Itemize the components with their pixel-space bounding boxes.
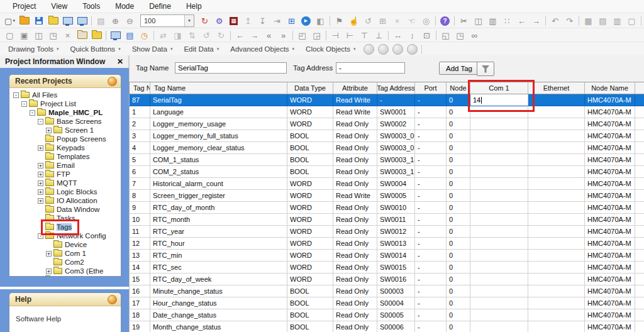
table-cell[interactable]: WORD [287, 190, 333, 202]
table-cell[interactable]: SW0011 [377, 214, 415, 226]
table-cell[interactable]: 14 [129, 262, 150, 274]
table-cell[interactable]: Read Only [333, 250, 377, 262]
table-cell[interactable]: - [415, 226, 447, 238]
table-cell[interactable]: Read Only [333, 262, 377, 274]
table-cell[interactable] [528, 118, 585, 130]
expand-icon[interactable]: + [46, 268, 52, 274]
column-header-tag-no[interactable]: Tag No [129, 82, 150, 94]
close-icon[interactable]: ✕ [117, 57, 123, 66]
table-cell[interactable]: - [415, 118, 447, 130]
table-cell[interactable]: RTC_year [150, 226, 287, 238]
download-icon[interactable]: ↧ [255, 14, 270, 27]
table-cell[interactable]: SerialTag [150, 94, 287, 106]
table-cell[interactable]: SW0003_01 [377, 142, 415, 154]
nav-back-icon[interactable]: ← [514, 14, 529, 27]
table-cell[interactable]: 0 [447, 142, 470, 154]
table-row[interactable]: 7Historical_alarm_countWORDRead OnlySW00… [129, 178, 644, 190]
table-cell[interactable]: Date_change_status [150, 309, 287, 321]
table-cell[interactable]: 5 [129, 154, 150, 166]
table-cell[interactable]: - [415, 274, 447, 285]
table-row[interactable]: 15RTC_day_of_weekWORDRead OnlySW0016-0HM… [129, 274, 644, 285]
column-header-tag-name[interactable]: Tag Name [150, 82, 287, 94]
chevron-down-icon[interactable]: ▾ [184, 15, 194, 26]
screen-properties-icon[interactable] [89, 29, 104, 42]
screen-folder-icon[interactable] [75, 29, 89, 42]
table-cell[interactable]: Historical_alarm_count [150, 178, 287, 190]
table-cell[interactable] [528, 178, 585, 190]
table-cell[interactable]: WORD [287, 178, 333, 190]
tree-item-com2[interactable]: Com2 [13, 258, 121, 267]
expand-icon[interactable]: + [46, 128, 52, 133]
table-row[interactable]: 9RTC_day_of_monthWORDRead OnlySW0010-0HM… [129, 202, 644, 214]
table-cell[interactable]: 0 [447, 202, 470, 214]
table-cell[interactable]: Read Only [333, 226, 377, 238]
table-cell[interactable] [470, 190, 528, 202]
tag-grid-icon[interactable]: ⊞ [284, 14, 299, 27]
table-cell[interactable]: 0 [447, 118, 470, 130]
table-cell[interactable]: SW0012 [377, 226, 415, 238]
object-tool-1-icon[interactable] [364, 44, 374, 55]
table-cell[interactable]: 9 [129, 202, 150, 214]
column-header-tag-address[interactable]: Tag Address [377, 82, 415, 94]
pan-hand-icon[interactable]: ☝ [347, 14, 361, 27]
table-cell[interactable]: Read Only [333, 166, 377, 178]
tree-item-project-list[interactable]: -Project List [13, 99, 121, 108]
table-cell[interactable]: BOOL [287, 285, 333, 297]
zoom-level-combobox[interactable]: 100▾ [140, 14, 194, 27]
table-cell[interactable] [470, 262, 528, 274]
table-cell[interactable] [470, 321, 528, 332]
table-cell[interactable]: 0 [447, 190, 470, 202]
table-cell[interactable]: S00005 [377, 309, 415, 321]
table-row[interactable]: 11RTC_yearWORDRead OnlySW0012-0HMC4070A-… [129, 226, 644, 238]
table-cell[interactable]: Read Only [333, 321, 377, 332]
table-cell[interactable]: HMC4070A-M [585, 250, 635, 262]
save-icon[interactable] [31, 14, 46, 27]
table-row[interactable]: 1LanguageWORDRead WriteSW0001-0HMC4070A-… [129, 106, 644, 118]
tree-item-folder[interactable] [13, 275, 121, 277]
tree-item-email[interactable]: +Email [13, 161, 121, 170]
table-cell[interactable]: Read Write [333, 94, 377, 106]
table-cell[interactable]: HMC4070A-M [585, 285, 635, 297]
table-cell[interactable]: - [415, 178, 447, 190]
dropdown-clock-objects[interactable]: Clock Objects▾ [300, 44, 361, 54]
table-cell[interactable]: HMC4070A-M [585, 309, 635, 321]
table-cell[interactable] [635, 118, 644, 130]
move-first-icon[interactable]: « [262, 29, 276, 42]
table-cell[interactable]: Logger_memory_full_status [150, 130, 287, 142]
table-cell[interactable]: WORD [287, 202, 333, 214]
tree-item-screen-1[interactable]: +Screen 1 [13, 126, 121, 135]
table-cell[interactable]: Month_change_status [150, 321, 287, 332]
exit-icon[interactable]: ◧ [313, 14, 328, 27]
redo-icon[interactable]: ↷ [562, 14, 577, 27]
table-row[interactable]: 12RTC_hourWORDRead OnlySW0013-0HMC4070A-… [129, 238, 644, 250]
table-cell[interactable]: WORD [287, 262, 333, 274]
table-cell[interactable]: SW0016 [377, 274, 415, 285]
screen-copy-icon[interactable]: ◫ [31, 29, 46, 42]
table-cell[interactable]: - [415, 190, 447, 202]
rotate-cw-icon[interactable]: ↻ [214, 29, 228, 42]
table-cell[interactable]: WORD [287, 106, 333, 118]
table-cell[interactable]: SW0004 [377, 178, 415, 190]
table-cell[interactable] [635, 214, 644, 226]
simulation-icon[interactable]: ▦ [226, 14, 241, 27]
table-cell[interactable]: 7 [129, 178, 150, 190]
column-header-node-name[interactable]: Node Name [585, 82, 635, 94]
table-cell[interactable]: - [415, 297, 447, 309]
table-cell[interactable]: Read Write [333, 106, 377, 118]
table-row[interactable]: 3Logger_memory_full_statusBOOLRead OnlyS… [129, 130, 644, 142]
align-bottom-icon[interactable]: ⊥ [372, 29, 386, 42]
table-cell[interactable]: Read Write [333, 190, 377, 202]
table-row[interactable]: 4Logger_memory_clear_statusBOOLRead Only… [129, 142, 644, 154]
table-cell[interactable]: RTC_day_of_week [150, 274, 287, 285]
table-cell[interactable]: Read Only [333, 118, 377, 130]
table-cell[interactable]: 0 [447, 154, 470, 166]
table-cell[interactable]: - [415, 238, 447, 250]
table-cell[interactable]: - [415, 250, 447, 262]
table-cell[interactable]: SW0003_14 [377, 154, 415, 166]
table-cell[interactable] [635, 142, 644, 154]
mirror-icon[interactable]: ◨ [170, 29, 185, 42]
send-to-back-icon[interactable]: ◲ [309, 29, 324, 42]
table-cell[interactable]: 0 [447, 309, 470, 321]
flip-vertical-icon[interactable]: ⇅ [185, 29, 199, 42]
dropdown-quick-buttons[interactable]: Quick Buttons▾ [65, 44, 126, 54]
